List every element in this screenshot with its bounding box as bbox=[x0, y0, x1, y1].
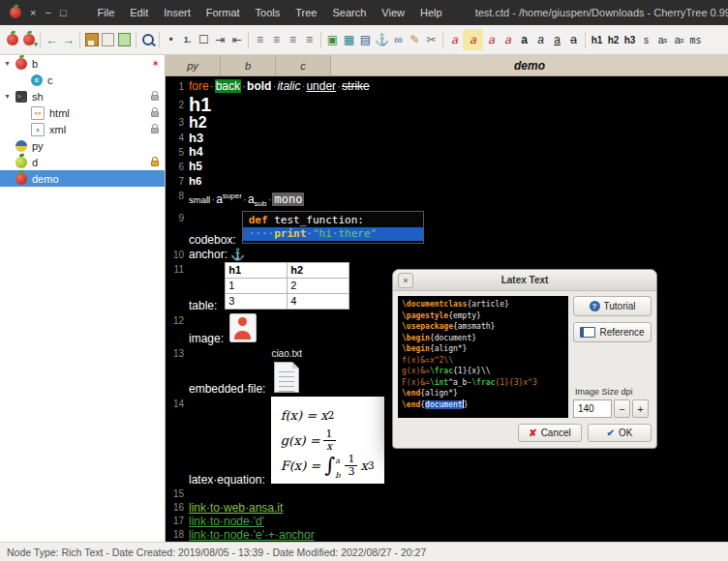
superscript-icon[interactable]: as bbox=[654, 29, 671, 50]
link-to-web[interactable]: link·to·web·ansa.it bbox=[189, 501, 283, 515]
line-number: 7 bbox=[166, 174, 189, 189]
small-icon[interactable]: s bbox=[638, 29, 654, 50]
numbered-list-icon[interactable]: 1. bbox=[179, 29, 196, 50]
ok-button[interactable]: ✔OK bbox=[588, 424, 652, 442]
codebox[interactable]: def test_function:····print·"hi·there" bbox=[242, 211, 424, 244]
dialog-right-panel: ?Tutorial Reference Image Size dpi 140 −… bbox=[573, 296, 652, 418]
reference-button[interactable]: Reference bbox=[573, 322, 652, 342]
table-header-cell[interactable]: h1 bbox=[226, 263, 288, 279]
tree-node-html[interactable]: <> html bbox=[0, 104, 165, 121]
monospace-icon[interactable]: ms bbox=[687, 29, 704, 50]
embedded-table[interactable]: h1h21234 bbox=[225, 262, 349, 310]
dpi-increase-button[interactable]: + bbox=[632, 399, 649, 418]
insert-table-icon[interactable]: ▦ bbox=[341, 29, 357, 50]
dpi-decrease-button[interactable]: − bbox=[614, 399, 630, 418]
menu-insert[interactable]: Insert bbox=[156, 2, 198, 23]
latex-equation-image[interactable]: f(x) = x2g(x) =1xF(x) = ∫ab13x3 bbox=[271, 397, 384, 484]
indent-icon[interactable]: ⇥ bbox=[212, 29, 228, 50]
link-to-node-d[interactable]: link·to·node·'d' bbox=[189, 515, 264, 528]
maximize-window-button[interactable]: □ bbox=[60, 8, 67, 18]
tree-node-d[interactable]: d bbox=[0, 154, 165, 170]
align-left-icon[interactable]: ≡ bbox=[252, 29, 268, 50]
dpi-input[interactable]: 140 bbox=[573, 399, 612, 418]
line-number: 18 bbox=[166, 528, 189, 542]
insert-anchor-icon[interactable]: ⚓ bbox=[374, 29, 390, 50]
table-cell[interactable]: 3 bbox=[226, 294, 288, 310]
edit-icon[interactable]: ✎ bbox=[407, 29, 423, 50]
italic-icon[interactable]: a bbox=[532, 29, 549, 50]
link-to-node-e-anchor[interactable]: link·to·node·'e'·+·anchor bbox=[189, 528, 315, 542]
align-justify-icon[interactable]: ≡ bbox=[301, 29, 318, 50]
menu-help[interactable]: Help bbox=[412, 2, 450, 23]
back-icon[interactable]: ← bbox=[44, 29, 60, 50]
table-cell[interactable]: 4 bbox=[288, 294, 349, 310]
tutorial-button[interactable]: ?Tutorial bbox=[573, 296, 652, 316]
c-node-icon: c bbox=[31, 74, 43, 86]
menu-tools[interactable]: Tools bbox=[248, 2, 288, 23]
dialog-close-icon[interactable]: × bbox=[398, 273, 413, 288]
text-under: under bbox=[306, 79, 336, 93]
dialog-titlebar[interactable]: × Latex Text bbox=[393, 270, 656, 291]
export-icon[interactable] bbox=[100, 29, 116, 50]
latex-source-editor[interactable]: \documentclass{article} \pagestyle{empty… bbox=[398, 296, 568, 418]
table-cell[interactable]: 2 bbox=[288, 279, 349, 294]
menu-search[interactable]: Search bbox=[325, 2, 375, 23]
menu-file[interactable]: File bbox=[90, 2, 123, 23]
go-node-icon[interactable] bbox=[4, 29, 20, 50]
expander-icon[interactable]: ▼ bbox=[4, 93, 15, 100]
line-number: 5 bbox=[166, 145, 189, 160]
save-icon[interactable] bbox=[83, 29, 100, 50]
bullet-list-icon[interactable]: • bbox=[163, 29, 179, 50]
cancel-button[interactable]: ✘Cancel bbox=[518, 424, 582, 442]
format-latex-icon[interactable]: a bbox=[483, 29, 500, 50]
foreground-color-icon[interactable]: a bbox=[446, 29, 463, 50]
menu-format[interactable]: Format bbox=[198, 2, 248, 23]
node-tab-b[interactable]: b bbox=[221, 55, 276, 75]
node-tab-py[interactable]: py bbox=[166, 55, 221, 75]
search-icon[interactable] bbox=[139, 29, 156, 50]
background-color-icon[interactable]: a bbox=[463, 29, 483, 50]
minimize-window-button[interactable]: − bbox=[45, 8, 50, 18]
bold-icon[interactable]: a bbox=[516, 29, 532, 50]
unindent-icon[interactable]: ⇤ bbox=[228, 29, 245, 50]
tree-node-xml[interactable]: x xml bbox=[0, 121, 165, 137]
h1-icon[interactable]: h1 bbox=[589, 29, 605, 50]
tree-node-b[interactable]: ▼ b ✶ bbox=[0, 55, 165, 72]
align-right-icon[interactable]: ≡ bbox=[285, 29, 301, 50]
text-mono: mono bbox=[272, 192, 304, 206]
close-window-button[interactable]: × bbox=[30, 8, 36, 18]
menu-edit[interactable]: Edit bbox=[122, 2, 156, 23]
editor-line-18: 18link·to·node·'e'·+·anchor bbox=[166, 528, 728, 542]
node-tab-c[interactable]: c bbox=[276, 55, 331, 75]
add-node-icon[interactable]: + bbox=[20, 29, 37, 50]
tree-node-py[interactable]: py bbox=[0, 137, 165, 154]
strikethrough-icon[interactable]: a bbox=[565, 29, 582, 50]
embedded-image-person[interactable] bbox=[229, 313, 257, 342]
h2-icon[interactable]: h2 bbox=[605, 29, 622, 50]
underline-icon[interactable]: a bbox=[549, 29, 565, 50]
embedded-file[interactable]: ciao.txt bbox=[271, 346, 302, 393]
tree-node-sh[interactable]: ▼ >_ sh bbox=[0, 88, 165, 104]
subscript-icon[interactable]: as bbox=[671, 29, 687, 50]
doc-glyph bbox=[102, 33, 114, 46]
menu-tree[interactable]: Tree bbox=[288, 2, 324, 23]
todo-list-icon[interactable]: ☐ bbox=[196, 29, 212, 50]
h3-icon[interactable]: h3 bbox=[622, 29, 638, 50]
forward-icon[interactable]: → bbox=[60, 29, 76, 50]
tree-node-demo[interactable]: demo bbox=[0, 170, 165, 187]
insert-codebox-icon[interactable]: ▤ bbox=[357, 29, 374, 50]
table-header-cell[interactable]: h2 bbox=[288, 263, 349, 279]
menu-view[interactable]: View bbox=[374, 2, 412, 23]
table-cell[interactable]: 1 bbox=[226, 279, 288, 294]
cut-icon[interactable]: ✂ bbox=[423, 29, 440, 50]
expander-icon[interactable]: ▼ bbox=[4, 60, 15, 67]
insert-link-icon[interactable]: ∞ bbox=[390, 29, 407, 50]
import-icon[interactable] bbox=[116, 29, 133, 50]
insert-image-icon[interactable]: ▣ bbox=[324, 29, 341, 50]
text-a: a bbox=[216, 192, 223, 206]
heading-1-text: h1 bbox=[189, 94, 211, 115]
format-style-icon[interactable]: a bbox=[500, 29, 516, 50]
align-center-icon[interactable]: ≡ bbox=[268, 29, 285, 50]
tree-node-c[interactable]: c c bbox=[0, 72, 165, 88]
anchor-icon[interactable]: ⚓ bbox=[230, 248, 245, 261]
